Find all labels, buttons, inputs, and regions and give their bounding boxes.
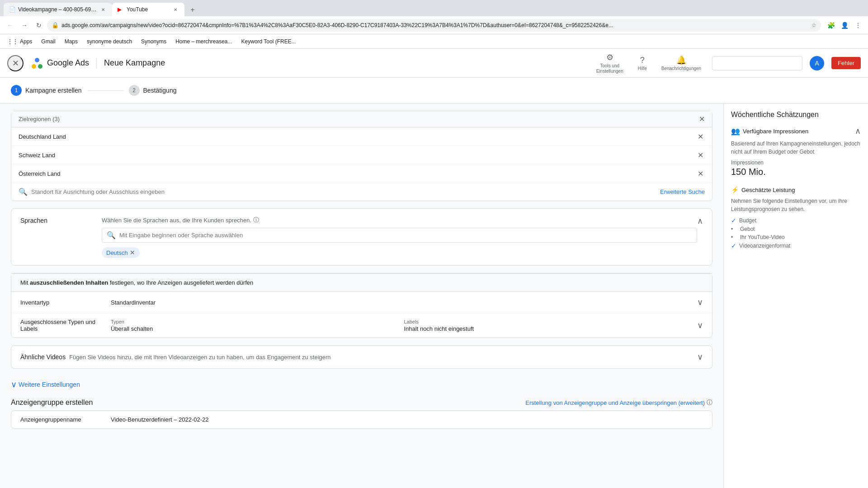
excluded-labels: Labels Inhalt noch nicht eingestuft: [404, 319, 698, 332]
similar-videos-chevron-icon[interactable]: ∨: [697, 352, 703, 362]
languages-desc: Wählen Sie die Sprachen aus, die Ihre Ku…: [102, 216, 697, 224]
bookmark-apps-icon: ⋮⋮: [7, 38, 18, 45]
location-oesterreich-remove-icon[interactable]: ✕: [696, 169, 705, 178]
location-deutschland-remove-icon[interactable]: ✕: [696, 132, 705, 141]
step-2: 2 Bestätigung: [129, 85, 177, 96]
step-2-circle: 2: [129, 85, 140, 96]
checklist-item-youtube: • Ihr YouTube-Video: [731, 234, 861, 240]
location-search-input[interactable]: [31, 188, 656, 195]
tab-videokampagne[interactable]: 📄 Videokampagne – 400-805-692 1 ✕: [4, 3, 112, 16]
bookmark-gmail[interactable]: Gmail: [38, 37, 59, 47]
app-header: ✕ Google Ads Neue Kampagne ⚙ Tools undEi…: [0, 49, 868, 78]
profile-button[interactable]: 👤: [838, 19, 851, 32]
step-1-circle: 1: [11, 85, 22, 96]
location-erweiterte-link[interactable]: Erweiterte Suche: [660, 188, 705, 195]
languages-card: Sprachen Wählen Sie die Sprachen aus, di…: [11, 208, 712, 266]
languages-label: Sprachen: [20, 216, 102, 224]
checklist-budget-label: Budget: [739, 217, 756, 224]
similar-videos-row[interactable]: Ähnliche Videos Fügen Sie Videos hinzu, …: [11, 346, 712, 368]
similar-videos-desc: Fügen Sie Videos hinzu, die mit Ihren Vi…: [69, 354, 697, 361]
header-divider: [96, 58, 97, 69]
forward-button[interactable]: →: [18, 19, 31, 32]
location-deutschland-text: Deutschland Land: [19, 133, 66, 140]
checklist-item-gebot: • Gebot: [731, 226, 861, 232]
header-search-input[interactable]: [712, 56, 802, 70]
location-card: Zielregionen (3) ✕ Deutschland Land ✕ Sc…: [11, 111, 712, 201]
excluded-label: Ausgeschlossene Typen undLabels: [20, 319, 111, 332]
bookmark-home-merchr[interactable]: Home – merchreasea...: [172, 37, 236, 47]
header-logo-text: Google Ads: [47, 58, 89, 68]
language-search-input[interactable]: [119, 232, 692, 239]
reload-button[interactable]: ↻: [33, 19, 45, 32]
location-search-icon: 🔍: [19, 188, 28, 196]
browser-tabbar: 📄 Videokampagne – 400-805-692 1 ✕ ▶ YouT…: [0, 0, 868, 16]
checklist-videoanzeigenformat-check-icon: ✓: [731, 242, 736, 249]
svg-point-1: [38, 64, 42, 69]
hilfe-label: Hilfe: [638, 66, 647, 71]
hilfe-button[interactable]: ? Hilfe: [634, 54, 651, 73]
location-header-remove-icon[interactable]: ✕: [699, 115, 705, 123]
bookmark-synonyms-label: Synonyms: [141, 38, 166, 45]
weitere-chevron-icon: ∨: [11, 380, 17, 389]
sidebar-performance-desc: Nehmen Sie folgende Einstellungen vor, u…: [731, 197, 861, 213]
location-header: Zielregionen (3) ✕: [11, 111, 712, 127]
sidebar-performance-title-text: Geschätzte Leistung: [741, 187, 795, 193]
tab-youtube-close-icon[interactable]: ✕: [172, 6, 179, 13]
location-schweiz-text: Schweiz Land: [19, 152, 55, 159]
language-tag-remove-icon[interactable]: ✕: [130, 249, 135, 256]
toolbar-icons: 🧩 👤 ⋮: [825, 19, 864, 32]
step-1-number: 1: [15, 87, 18, 94]
bookmark-synonyms[interactable]: Synonyms: [137, 37, 170, 47]
weitere-einstellungen-row[interactable]: ∨ Weitere Einstellungen: [11, 376, 712, 393]
exclusion-banner-bold: auszuschließenden Inhalten: [30, 279, 108, 286]
bookmark-apps[interactable]: ⋮⋮ Apps: [4, 37, 36, 47]
exclusion-banner-prefix: Mit: [20, 279, 30, 286]
languages-content: Wählen Sie die Sprachen aus, die Ihre Ku…: [102, 216, 697, 258]
more-options-button[interactable]: ⋮: [852, 19, 864, 32]
browser-toolbar: ← → ↻ 🔒 ads.google.com/aw/campaigns/new/…: [0, 16, 868, 34]
star-icon[interactable]: ☆: [811, 22, 816, 28]
sidebar-impressions-chevron-icon[interactable]: ∧: [855, 126, 861, 136]
languages-help-icon[interactable]: ⓘ: [253, 216, 259, 224]
header-close-button[interactable]: ✕: [7, 55, 24, 71]
inventory-value: Standardinventar: [111, 299, 697, 306]
new-tab-button[interactable]: +: [186, 4, 199, 16]
sidebar-impressions-header: 👥 Verfügbare Impressionen ∧: [731, 126, 861, 136]
anzeigengruppe-skip-help-icon[interactable]: ⓘ: [707, 399, 712, 407]
inventory-chevron-icon[interactable]: ∨: [697, 297, 703, 307]
tab-close-icon[interactable]: ✕: [99, 6, 107, 13]
header-title: Neue Kampagne: [104, 58, 165, 68]
tab-youtube[interactable]: ▶ YouTube ✕: [112, 3, 184, 16]
header-logo: Google Ads: [31, 57, 89, 70]
checklist-youtube-bullet: •: [731, 234, 737, 240]
bookmark-synonyme[interactable]: synonyme deutsch: [83, 37, 136, 47]
excluded-chevron-icon[interactable]: ∨: [697, 320, 703, 330]
excluded-types-label: Typen: [111, 319, 404, 324]
location-schweiz-remove-icon[interactable]: ✕: [696, 150, 705, 160]
header-avatar[interactable]: A: [810, 56, 824, 70]
bookmark-maps[interactable]: Maps: [61, 37, 81, 47]
anzeigengruppe-title: Anzeigengruppe erstellen: [11, 399, 93, 407]
anzeigengruppe-skip-link[interactable]: Erstellung von Anzeigengruppe und Anzeig…: [525, 399, 712, 407]
hilfe-icon: ?: [640, 56, 645, 65]
exclusion-banner-suffix: festlegen, wo Ihre Anzeigen ausgeliefert…: [108, 279, 253, 286]
extensions-button[interactable]: 🧩: [825, 19, 837, 32]
tools-settings-icon: ⚙: [606, 52, 613, 62]
inventory-label: Inventartyp: [20, 299, 111, 306]
bookmark-keyword-tool[interactable]: Keyword Tool (FREE...: [238, 37, 300, 47]
languages-chevron-icon[interactable]: ∧: [697, 216, 703, 226]
avatar-letter: A: [815, 60, 819, 67]
address-bar[interactable]: 🔒 ads.google.com/aw/campaigns/new/video?…: [47, 19, 821, 32]
step-connector: [87, 90, 123, 91]
anzeigengruppe-name-value: Video-Benutzerdefiniert – 2022-02-22: [111, 416, 209, 423]
back-button[interactable]: ←: [4, 19, 16, 32]
language-search-icon: 🔍: [107, 231, 116, 239]
tools-settings-button[interactable]: ⚙ Tools undEinstellungen: [593, 51, 627, 76]
content-area: Zielregionen (3) ✕ Deutschland Land ✕ Sc…: [0, 103, 723, 488]
bookmark-gmail-label: Gmail: [41, 38, 55, 45]
benachrichtigungen-button[interactable]: 🔔 Benachrichtigungen: [658, 53, 705, 73]
checklist-videoanzeigenformat-label: Videoanzeigenformat: [739, 243, 790, 249]
address-url: ads.google.com/aw/campaigns/new/video?oc…: [61, 22, 809, 28]
fehler-button[interactable]: Fehler: [831, 57, 861, 69]
sidebar-lightning-icon: ⚡: [731, 186, 739, 193]
